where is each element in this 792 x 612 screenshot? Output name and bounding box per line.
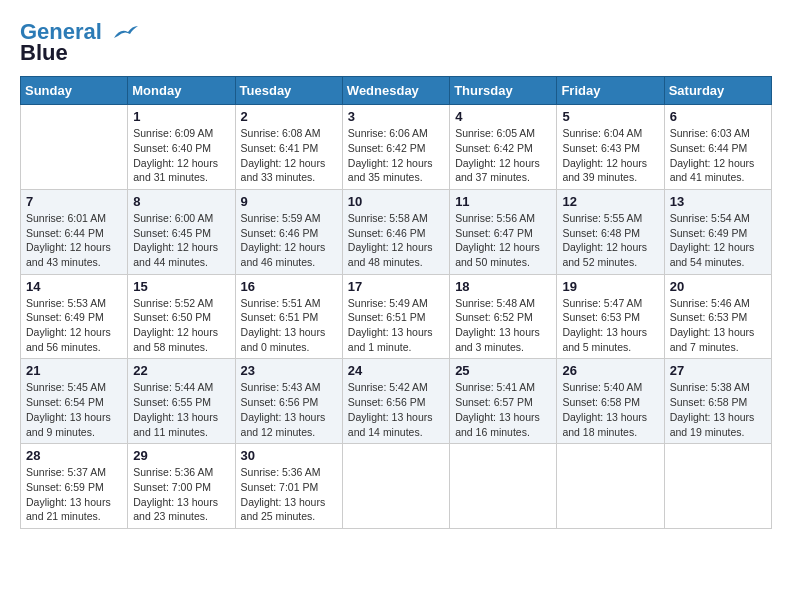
day-number: 23 — [241, 363, 337, 378]
day-cell-29: 29Sunrise: 5:36 AM Sunset: 7:00 PM Dayli… — [128, 444, 235, 529]
day-cell-20: 20Sunrise: 5:46 AM Sunset: 6:53 PM Dayli… — [664, 274, 771, 359]
day-info: Sunrise: 6:06 AM Sunset: 6:42 PM Dayligh… — [348, 126, 444, 185]
day-cell-4: 4Sunrise: 6:05 AM Sunset: 6:42 PM Daylig… — [450, 105, 557, 190]
logo-bird-icon — [110, 24, 138, 42]
day-info: Sunrise: 5:47 AM Sunset: 6:53 PM Dayligh… — [562, 296, 658, 355]
day-info: Sunrise: 5:41 AM Sunset: 6:57 PM Dayligh… — [455, 380, 551, 439]
day-cell-17: 17Sunrise: 5:49 AM Sunset: 6:51 PM Dayli… — [342, 274, 449, 359]
day-cell-14: 14Sunrise: 5:53 AM Sunset: 6:49 PM Dayli… — [21, 274, 128, 359]
week-row-3: 14Sunrise: 5:53 AM Sunset: 6:49 PM Dayli… — [21, 274, 772, 359]
calendar-table: SundayMondayTuesdayWednesdayThursdayFrid… — [20, 76, 772, 529]
logo: General Blue — [20, 20, 138, 66]
day-cell-10: 10Sunrise: 5:58 AM Sunset: 6:46 PM Dayli… — [342, 189, 449, 274]
day-number: 25 — [455, 363, 551, 378]
day-number: 9 — [241, 194, 337, 209]
weekday-header-saturday: Saturday — [664, 77, 771, 105]
day-number: 4 — [455, 109, 551, 124]
day-info: Sunrise: 5:52 AM Sunset: 6:50 PM Dayligh… — [133, 296, 229, 355]
day-number: 18 — [455, 279, 551, 294]
page-header: General Blue — [20, 20, 772, 66]
day-info: Sunrise: 5:53 AM Sunset: 6:49 PM Dayligh… — [26, 296, 122, 355]
weekday-header-monday: Monday — [128, 77, 235, 105]
empty-cell — [664, 444, 771, 529]
week-row-1: 1Sunrise: 6:09 AM Sunset: 6:40 PM Daylig… — [21, 105, 772, 190]
day-cell-3: 3Sunrise: 6:06 AM Sunset: 6:42 PM Daylig… — [342, 105, 449, 190]
day-number: 29 — [133, 448, 229, 463]
day-info: Sunrise: 5:59 AM Sunset: 6:46 PM Dayligh… — [241, 211, 337, 270]
empty-cell — [21, 105, 128, 190]
day-info: Sunrise: 5:46 AM Sunset: 6:53 PM Dayligh… — [670, 296, 766, 355]
day-number: 21 — [26, 363, 122, 378]
day-cell-6: 6Sunrise: 6:03 AM Sunset: 6:44 PM Daylig… — [664, 105, 771, 190]
day-number: 28 — [26, 448, 122, 463]
day-cell-27: 27Sunrise: 5:38 AM Sunset: 6:58 PM Dayli… — [664, 359, 771, 444]
weekday-header-wednesday: Wednesday — [342, 77, 449, 105]
day-number: 26 — [562, 363, 658, 378]
day-cell-5: 5Sunrise: 6:04 AM Sunset: 6:43 PM Daylig… — [557, 105, 664, 190]
day-number: 15 — [133, 279, 229, 294]
day-cell-16: 16Sunrise: 5:51 AM Sunset: 6:51 PM Dayli… — [235, 274, 342, 359]
day-number: 19 — [562, 279, 658, 294]
week-row-4: 21Sunrise: 5:45 AM Sunset: 6:54 PM Dayli… — [21, 359, 772, 444]
day-number: 6 — [670, 109, 766, 124]
day-info: Sunrise: 6:00 AM Sunset: 6:45 PM Dayligh… — [133, 211, 229, 270]
day-number: 17 — [348, 279, 444, 294]
day-number: 13 — [670, 194, 766, 209]
day-cell-2: 2Sunrise: 6:08 AM Sunset: 6:41 PM Daylig… — [235, 105, 342, 190]
day-cell-23: 23Sunrise: 5:43 AM Sunset: 6:56 PM Dayli… — [235, 359, 342, 444]
day-info: Sunrise: 5:36 AM Sunset: 7:00 PM Dayligh… — [133, 465, 229, 524]
week-row-2: 7Sunrise: 6:01 AM Sunset: 6:44 PM Daylig… — [21, 189, 772, 274]
day-cell-13: 13Sunrise: 5:54 AM Sunset: 6:49 PM Dayli… — [664, 189, 771, 274]
day-number: 7 — [26, 194, 122, 209]
day-number: 22 — [133, 363, 229, 378]
day-number: 12 — [562, 194, 658, 209]
logo-blue: Blue — [20, 40, 68, 66]
day-cell-9: 9Sunrise: 5:59 AM Sunset: 6:46 PM Daylig… — [235, 189, 342, 274]
day-cell-8: 8Sunrise: 6:00 AM Sunset: 6:45 PM Daylig… — [128, 189, 235, 274]
day-info: Sunrise: 5:51 AM Sunset: 6:51 PM Dayligh… — [241, 296, 337, 355]
day-info: Sunrise: 6:05 AM Sunset: 6:42 PM Dayligh… — [455, 126, 551, 185]
weekday-header-friday: Friday — [557, 77, 664, 105]
day-info: Sunrise: 5:40 AM Sunset: 6:58 PM Dayligh… — [562, 380, 658, 439]
day-number: 2 — [241, 109, 337, 124]
day-info: Sunrise: 5:38 AM Sunset: 6:58 PM Dayligh… — [670, 380, 766, 439]
day-number: 27 — [670, 363, 766, 378]
day-number: 30 — [241, 448, 337, 463]
day-info: Sunrise: 5:54 AM Sunset: 6:49 PM Dayligh… — [670, 211, 766, 270]
day-cell-26: 26Sunrise: 5:40 AM Sunset: 6:58 PM Dayli… — [557, 359, 664, 444]
day-info: Sunrise: 5:44 AM Sunset: 6:55 PM Dayligh… — [133, 380, 229, 439]
day-info: Sunrise: 5:56 AM Sunset: 6:47 PM Dayligh… — [455, 211, 551, 270]
empty-cell — [450, 444, 557, 529]
day-info: Sunrise: 5:37 AM Sunset: 6:59 PM Dayligh… — [26, 465, 122, 524]
day-info: Sunrise: 6:03 AM Sunset: 6:44 PM Dayligh… — [670, 126, 766, 185]
day-cell-22: 22Sunrise: 5:44 AM Sunset: 6:55 PM Dayli… — [128, 359, 235, 444]
day-info: Sunrise: 5:58 AM Sunset: 6:46 PM Dayligh… — [348, 211, 444, 270]
empty-cell — [557, 444, 664, 529]
day-info: Sunrise: 5:55 AM Sunset: 6:48 PM Dayligh… — [562, 211, 658, 270]
day-info: Sunrise: 6:08 AM Sunset: 6:41 PM Dayligh… — [241, 126, 337, 185]
day-number: 5 — [562, 109, 658, 124]
empty-cell — [342, 444, 449, 529]
day-cell-7: 7Sunrise: 6:01 AM Sunset: 6:44 PM Daylig… — [21, 189, 128, 274]
day-cell-25: 25Sunrise: 5:41 AM Sunset: 6:57 PM Dayli… — [450, 359, 557, 444]
weekday-header-sunday: Sunday — [21, 77, 128, 105]
weekday-header-row: SundayMondayTuesdayWednesdayThursdayFrid… — [21, 77, 772, 105]
day-number: 3 — [348, 109, 444, 124]
day-cell-21: 21Sunrise: 5:45 AM Sunset: 6:54 PM Dayli… — [21, 359, 128, 444]
day-number: 10 — [348, 194, 444, 209]
day-info: Sunrise: 5:45 AM Sunset: 6:54 PM Dayligh… — [26, 380, 122, 439]
day-cell-24: 24Sunrise: 5:42 AM Sunset: 6:56 PM Dayli… — [342, 359, 449, 444]
day-number: 8 — [133, 194, 229, 209]
day-info: Sunrise: 6:04 AM Sunset: 6:43 PM Dayligh… — [562, 126, 658, 185]
day-cell-30: 30Sunrise: 5:36 AM Sunset: 7:01 PM Dayli… — [235, 444, 342, 529]
day-cell-1: 1Sunrise: 6:09 AM Sunset: 6:40 PM Daylig… — [128, 105, 235, 190]
day-info: Sunrise: 6:09 AM Sunset: 6:40 PM Dayligh… — [133, 126, 229, 185]
day-info: Sunrise: 5:36 AM Sunset: 7:01 PM Dayligh… — [241, 465, 337, 524]
day-number: 24 — [348, 363, 444, 378]
day-info: Sunrise: 5:42 AM Sunset: 6:56 PM Dayligh… — [348, 380, 444, 439]
day-cell-12: 12Sunrise: 5:55 AM Sunset: 6:48 PM Dayli… — [557, 189, 664, 274]
day-cell-11: 11Sunrise: 5:56 AM Sunset: 6:47 PM Dayli… — [450, 189, 557, 274]
day-info: Sunrise: 5:43 AM Sunset: 6:56 PM Dayligh… — [241, 380, 337, 439]
week-row-5: 28Sunrise: 5:37 AM Sunset: 6:59 PM Dayli… — [21, 444, 772, 529]
day-info: Sunrise: 6:01 AM Sunset: 6:44 PM Dayligh… — [26, 211, 122, 270]
